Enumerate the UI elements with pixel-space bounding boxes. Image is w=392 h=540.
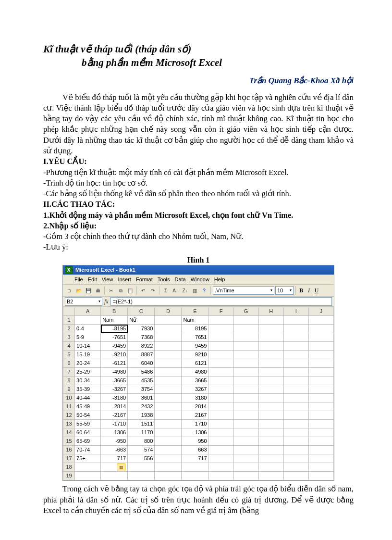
col-header[interactable]: G <box>233 307 258 316</box>
cell[interactable] <box>208 420 233 428</box>
cell[interactable] <box>155 351 182 359</box>
cell[interactable] <box>233 472 258 480</box>
cell[interactable]: 45-49 <box>75 402 101 411</box>
cell[interactable] <box>208 446 233 454</box>
cell[interactable]: 30-34 <box>75 377 101 385</box>
cell[interactable] <box>155 428 182 437</box>
cell[interactable] <box>233 446 258 454</box>
cell[interactable]: -3665 <box>101 377 128 385</box>
formula-input[interactable]: =(E2*-1) <box>110 297 332 306</box>
cell[interactable]: 4980 <box>182 368 208 377</box>
cell[interactable] <box>233 385 258 394</box>
col-header[interactable]: D <box>155 307 182 316</box>
cell[interactable]: Nữ <box>128 316 155 325</box>
cell[interactable] <box>258 420 283 428</box>
row-header[interactable]: 2 <box>63 325 75 333</box>
cell[interactable]: 8922 <box>128 342 155 351</box>
cell[interactable] <box>208 316 233 325</box>
cell[interactable] <box>308 394 333 402</box>
cell[interactable] <box>258 454 283 463</box>
cell[interactable] <box>308 446 333 454</box>
cell[interactable] <box>283 351 308 359</box>
cell[interactable] <box>208 437 233 446</box>
name-box[interactable]: B2 ▾ <box>65 297 102 306</box>
cell[interactable]: 55-59 <box>75 420 101 428</box>
cell[interactable]: 2167 <box>182 411 208 420</box>
cell[interactable] <box>233 394 258 402</box>
cell[interactable] <box>258 472 283 480</box>
row-header[interactable]: 16 <box>63 446 75 454</box>
autosum-icon[interactable]: Σ <box>161 286 170 295</box>
row-header[interactable]: 3 <box>63 333 75 342</box>
cell[interactable] <box>233 463 258 472</box>
cell[interactable] <box>258 463 283 472</box>
cell[interactable] <box>155 385 182 394</box>
row-header[interactable]: 11 <box>63 402 75 411</box>
cell[interactable] <box>155 472 182 480</box>
cell[interactable] <box>155 316 182 325</box>
cell[interactable]: 65-69 <box>75 437 101 446</box>
cell[interactable] <box>283 463 308 472</box>
cell[interactable]: -663 <box>101 446 128 454</box>
cell[interactable] <box>75 472 101 480</box>
cell[interactable] <box>258 437 283 446</box>
row-header[interactable]: 9 <box>63 385 75 394</box>
cell[interactable]: 70-74 <box>75 446 101 454</box>
cell[interactable] <box>233 411 258 420</box>
cell[interactable] <box>283 420 308 428</box>
cell[interactable]: -1306 <box>101 428 128 437</box>
cell[interactable] <box>208 463 233 472</box>
undo-icon[interactable]: ↶ <box>139 286 147 295</box>
cell[interactable]: -6121 <box>101 359 128 368</box>
cell[interactable] <box>233 428 258 437</box>
row-header[interactable]: 7 <box>63 368 75 377</box>
cell[interactable] <box>258 333 283 342</box>
cell[interactable] <box>233 377 258 385</box>
cell[interactable] <box>283 402 308 411</box>
cell[interactable] <box>308 385 333 394</box>
cell[interactable] <box>75 316 101 325</box>
paste-icon[interactable]: 📋 <box>126 286 135 295</box>
cell[interactable] <box>283 377 308 385</box>
cell[interactable] <box>233 437 258 446</box>
cell[interactable] <box>258 325 283 333</box>
cell[interactable] <box>308 472 333 480</box>
cell[interactable] <box>233 351 258 359</box>
select-all-corner[interactable] <box>63 307 75 316</box>
cell[interactable] <box>233 342 258 351</box>
new-icon[interactable]: 🗋 <box>65 286 74 295</box>
row-header[interactable]: 19 <box>63 472 75 480</box>
cell[interactable] <box>155 437 182 446</box>
cell[interactable]: 1511 <box>128 420 155 428</box>
row-header[interactable]: 17 <box>63 454 75 463</box>
cell[interactable]: -9210 <box>101 351 128 359</box>
menu-help[interactable]: Help <box>214 276 225 283</box>
cell[interactable] <box>208 472 233 480</box>
menu-format[interactable]: Format <box>136 276 153 283</box>
cell[interactable] <box>308 351 333 359</box>
bold-button[interactable]: B <box>298 287 305 294</box>
font-size-select[interactable]: 10 ▾ <box>275 286 294 295</box>
cell[interactable]: 6121 <box>182 359 208 368</box>
cell[interactable] <box>308 377 333 385</box>
cell[interactable] <box>128 463 155 472</box>
cell[interactable]: 1938 <box>128 411 155 420</box>
open-icon[interactable]: 📂 <box>74 286 83 295</box>
cell[interactable]: 5486 <box>128 368 155 377</box>
cell[interactable] <box>233 420 258 428</box>
col-header[interactable]: C <box>128 307 155 316</box>
chart-icon[interactable]: ▥ <box>190 286 199 295</box>
cell[interactable] <box>308 325 333 333</box>
cell[interactable]: -4980 <box>101 368 128 377</box>
cell[interactable] <box>155 368 182 377</box>
col-header[interactable]: B <box>101 307 128 316</box>
row-header[interactable]: 10 <box>63 394 75 402</box>
cell[interactable] <box>155 377 182 385</box>
cell[interactable] <box>233 316 258 325</box>
menu-view[interactable]: View <box>102 276 113 283</box>
cell[interactable] <box>258 411 283 420</box>
menu-file[interactable]: File <box>74 276 83 283</box>
cell[interactable] <box>182 463 208 472</box>
column-header-row[interactable]: A B C D E F G H I J <box>63 307 334 316</box>
copy-icon[interactable]: ⧉ <box>116 286 125 295</box>
